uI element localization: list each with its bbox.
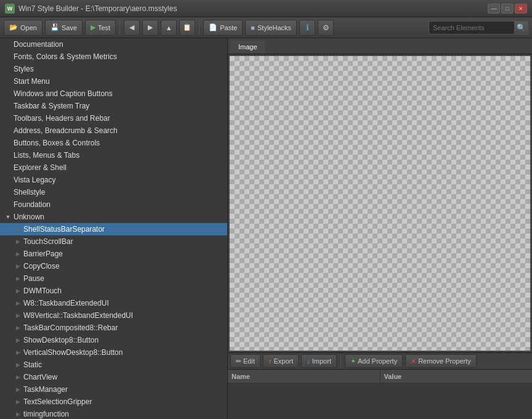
tree-item-taskbar[interactable]: Taskbar & System Tray (0, 100, 227, 112)
tree-item-chartview[interactable]: ▶ChartView (0, 371, 227, 383)
paste-icon: 📄 (209, 23, 217, 31)
tree-item-styles[interactable]: Styles (0, 63, 227, 75)
stylehacks-label: StyleHacks (257, 24, 291, 31)
tree-toggle-toolbars (4, 114, 12, 123)
tree-label-fonts-colors: Fonts, Colors & System Metrics (12, 52, 224, 62)
tree-toggle-fonts-colors (4, 52, 12, 61)
back-button[interactable]: ◀ (124, 20, 140, 36)
tree-label-windows-caption: Windows and Caption Buttons (12, 89, 224, 99)
tree-item-lists-menus[interactable]: Lists, Menus & Tabs (0, 149, 227, 161)
sidebar-tree: DocumentationFonts, Colors & System Metr… (0, 38, 228, 419)
title-bar-controls[interactable]: — □ ✕ (488, 4, 527, 14)
tree-toggle-pause: ▶ (14, 274, 22, 283)
tree-item-showdesktop[interactable]: ▶ShowDesktop8::Button (0, 334, 227, 346)
tree-toggle-shellstatus: ▶ (14, 225, 22, 234)
tree-label-showdesktop: ShowDesktop8::Button (22, 335, 224, 345)
add-property-button[interactable]: ✦ Add Property (345, 354, 403, 368)
info-icon: ℹ (306, 23, 309, 32)
stylehacks-button[interactable]: ■ StyleHacks (245, 20, 297, 36)
tree-item-shellstatus[interactable]: ▶ShellStatusBarSeparator (0, 223, 227, 235)
tree-item-unknown[interactable]: ▼Unknown (0, 211, 227, 223)
tree-toggle-taskbarcomposited: ▶ (14, 323, 22, 332)
tree-toggle-showdesktop: ▶ (14, 336, 22, 344)
tree-item-explorer-shell[interactable]: Explorer & Shell (0, 161, 227, 174)
search-button[interactable]: 🔍 (515, 21, 528, 35)
info-button[interactable]: ℹ (299, 20, 315, 36)
tree-label-taskbar: Taskbar & System Tray (12, 101, 224, 111)
remove-property-button[interactable]: ✕ Remove Property (405, 354, 477, 368)
open-button[interactable]: 📂 Open (4, 20, 42, 36)
close-button[interactable]: ✕ (515, 4, 527, 14)
separator-2 (199, 21, 200, 35)
tree-toggle-w8taskband: ▶ (14, 299, 22, 307)
tree-toggle-taskbar (4, 102, 12, 110)
import-button[interactable]: ↓ Import (301, 354, 337, 368)
forward-icon: ▶ (148, 23, 153, 31)
tree-item-touchscrollbar[interactable]: ▶TouchScrollBar (0, 235, 227, 248)
copy-button[interactable]: 📋 (179, 20, 195, 36)
tree-label-buttons-boxes: Buttons, Boxes & Controls (12, 138, 224, 148)
tree-toggle-lists-menus (4, 151, 12, 160)
tab-bar: Image (228, 38, 532, 54)
add-icon: ✦ (350, 357, 356, 365)
forward-button[interactable]: ▶ (142, 20, 158, 36)
export-button[interactable]: ↑ Export (263, 354, 299, 368)
title-bar-left: W Win7 Style Builder - E:\Temporary\aero… (5, 4, 177, 14)
tree-item-taskmanager[interactable]: ▶TaskManager (0, 383, 227, 396)
tree-label-toolbars: Toolbars, Headers and Rebar (12, 113, 224, 123)
save-button[interactable]: 💾 Save (45, 20, 83, 36)
search-input[interactable] (429, 21, 515, 35)
tree-item-timingfunction[interactable]: ▶timingfunction (0, 408, 227, 419)
settings-button[interactable]: ⚙ (318, 20, 334, 36)
tree-toggle-unknown[interactable]: ▼ (4, 213, 12, 221)
test-button[interactable]: ▶ Test (85, 20, 116, 36)
tree-toggle-explorer-shell (4, 163, 12, 172)
tree-item-copyclose[interactable]: ▶CopyClose (0, 260, 227, 272)
tree-item-barrierpage[interactable]: ▶BarrierPage (0, 248, 227, 260)
tree-label-w8taskband: W8::TaskbandExtendedUI (22, 298, 224, 308)
minimize-button[interactable]: — (488, 4, 500, 14)
tree-item-vista-legacy[interactable]: Vista Legacy (0, 174, 227, 186)
tree-item-address[interactable]: Address, Breadcrumb & Search (0, 124, 227, 137)
tree-item-shellstyle[interactable]: Shellstyle (0, 186, 227, 198)
tree-item-start-menu[interactable]: Start Menu (0, 75, 227, 87)
edit-button[interactable]: ✏ Edit (230, 354, 260, 368)
tree-item-verticalshowdesktop[interactable]: ▶VerticalShowDesktop8::Button (0, 346, 227, 359)
tree-toggle-start-menu (4, 77, 12, 86)
up-icon: ▲ (166, 24, 172, 31)
toolbar: 📂 Open 💾 Save ▶ Test ◀ ▶ ▲ 📋 📄 Paste ■ S… (0, 17, 532, 38)
tree-toggle-chartview: ▶ (14, 373, 22, 381)
separator-1 (119, 21, 120, 35)
tree-item-dwmtouch[interactable]: ▶DWMTouch (0, 285, 227, 297)
image-tab[interactable]: Image (230, 40, 265, 54)
tree-item-w8taskband[interactable]: ▶W8::TaskbandExtendedUI (0, 297, 227, 309)
up-button[interactable]: ▲ (161, 20, 177, 36)
tree-item-windows-caption[interactable]: Windows and Caption Buttons (0, 87, 227, 100)
tree-item-foundation[interactable]: Foundation (0, 198, 227, 211)
play-icon: ▶ (91, 23, 95, 31)
tree-item-pause[interactable]: ▶Pause (0, 272, 227, 285)
prop-separator-1 (341, 356, 341, 367)
import-icon: ↓ (307, 357, 310, 365)
tree-item-buttons-boxes[interactable]: Buttons, Boxes & Controls (0, 137, 227, 149)
paste-button[interactable]: 📄 Paste (203, 20, 243, 36)
tree-item-taskbarcomposited[interactable]: ▶TaskBarComposited8::Rebar (0, 322, 227, 334)
import-label: Import (312, 357, 331, 365)
tree-item-fonts-colors[interactable]: Fonts, Colors & System Metrics (0, 51, 227, 63)
tree-label-verticalshowdesktop: VerticalShowDesktop8::Button (22, 348, 224, 357)
tree-item-documentation[interactable]: Documentation (0, 38, 227, 51)
tree-item-static[interactable]: ▶Static (0, 359, 227, 371)
tree-label-pause: Pause (22, 274, 224, 283)
tree-item-toolbars[interactable]: Toolbars, Headers and Rebar (0, 112, 227, 124)
tree-label-touchscrollbar: TouchScrollBar (22, 237, 224, 246)
export-label: Export (273, 357, 293, 365)
tree-label-dwmtouch: DWMTouch (22, 286, 224, 296)
tree-label-vista-legacy: Vista Legacy (12, 175, 224, 185)
tree-toggle-textselectiongripper: ▶ (14, 397, 22, 406)
tree-item-w8vertical[interactable]: ▶W8Vertical::TaskbandExtendedUI (0, 309, 227, 322)
tree-toggle-styles (4, 65, 12, 73)
tree-toggle-vista-legacy (4, 176, 12, 184)
tree-item-textselectiongripper[interactable]: ▶TextSelectionGripper (0, 396, 227, 408)
maximize-button[interactable]: □ (501, 4, 514, 14)
tree-label-w8vertical: W8Vertical::TaskbandExtendedUI (22, 311, 224, 320)
